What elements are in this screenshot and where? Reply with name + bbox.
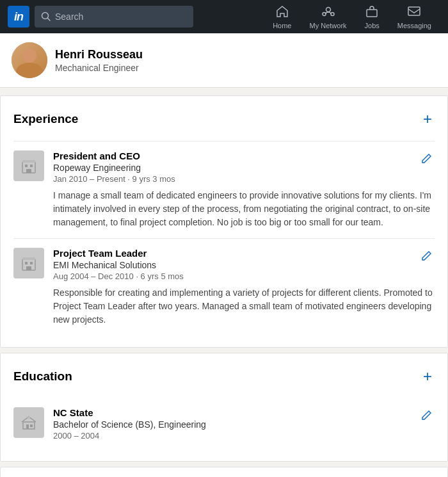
avatar-image (12, 42, 47, 78)
profile-info: Henri Rousseau Mechanical Engineer (55, 48, 143, 73)
svg-rect-10 (26, 169, 31, 173)
exp-title-1: President and CEO (53, 150, 175, 161)
exp-info-2: Project Team Leader EMI Mechanical Solut… (53, 248, 184, 281)
add-education-icon: + (423, 368, 432, 385)
svg-point-2 (326, 7, 330, 12)
linkedin-logo-text: in (14, 10, 23, 24)
building-icon-1 (20, 157, 38, 175)
nav-jobs-label: Jobs (365, 22, 380, 29)
svg-rect-14 (30, 262, 33, 264)
search-input[interactable] (55, 12, 187, 22)
edu-degree-1: Bachelor of Science (BS), Engineering (53, 419, 206, 430)
jobs-icon (365, 4, 379, 20)
navbar: in Home My Ne (0, 0, 448, 33)
nav-item-home[interactable]: Home (264, 0, 300, 33)
svg-rect-15 (26, 266, 31, 270)
main-content: Experience + President and CEO (0, 88, 448, 477)
exp-content-2: Project Team Leader EMI Mechanical Solut… (53, 248, 435, 327)
nav-item-messaging[interactable]: Messaging (388, 0, 440, 33)
edu-content-1: NC State Bachelor of Science (BS), Engin… (53, 407, 435, 441)
exp-company-1: Ropeway Engineering (53, 163, 175, 173)
school-logo-1 (13, 407, 44, 438)
messaging-icon (407, 4, 421, 20)
avatar-head-shape (22, 49, 36, 63)
building-icon-2 (20, 254, 38, 272)
pencil-icon-1 (420, 153, 432, 165)
svg-rect-8 (25, 165, 28, 167)
svg-rect-9 (30, 165, 33, 167)
exp-company-2: EMI Mechanical Solutions (53, 260, 184, 270)
exp-dates-1: Jan 2010 – Present · 9 yrs 3 mos (53, 174, 175, 184)
nav-item-jobs[interactable]: Jobs (356, 0, 388, 33)
nav-messaging-label: Messaging (397, 22, 431, 29)
svg-rect-16 (22, 257, 35, 260)
home-icon (275, 4, 289, 20)
edit-education-1-button[interactable] (418, 407, 435, 424)
add-education-button[interactable]: + (420, 365, 435, 388)
company-logo-1 (13, 150, 44, 181)
experience-title: Experience (13, 112, 78, 126)
nav-network-label: My Network (309, 22, 346, 29)
education-item-1: NC State Bachelor of Science (BS), Engin… (13, 398, 435, 449)
education-header: Education + (13, 365, 435, 388)
profile-header: Henri Rousseau Mechanical Engineer (0, 33, 448, 88)
nav-item-network[interactable]: My Network (300, 0, 355, 33)
svg-rect-19 (30, 424, 33, 427)
nav-home-label: Home (273, 22, 291, 29)
edu-dates-1: 2000 – 2004 (53, 431, 206, 441)
svg-rect-20 (28, 417, 30, 419)
experience-header: Experience + (13, 108, 435, 131)
exp-info-1: President and CEO Ropeway Engineering Ja… (53, 150, 175, 184)
exp-desc-2: Responsible for creating and implementin… (53, 286, 435, 327)
network-icon (321, 4, 335, 20)
exp-content-1: President and CEO Ropeway Engineering Ja… (53, 150, 435, 229)
avatar (12, 42, 47, 78)
add-experience-button[interactable]: + (420, 108, 435, 131)
svg-rect-6 (408, 7, 420, 15)
pencil-icon-edu (420, 410, 432, 421)
experience-item-2: Project Team Leader EMI Mechanical Solut… (13, 238, 435, 336)
company-logo-2 (13, 248, 44, 279)
exp-header-2: Project Team Leader EMI Mechanical Solut… (53, 248, 435, 281)
search-bar[interactable] (35, 6, 193, 28)
skills-card: Skills & Endorsements Add a new skill Fr… (0, 467, 448, 477)
education-title: Education (13, 369, 72, 384)
exp-dates-2: Aug 2004 – Dec 2010 · 6 yrs 5 mos (53, 271, 184, 281)
svg-line-1 (48, 19, 51, 21)
svg-rect-5 (367, 10, 377, 17)
svg-rect-13 (25, 262, 28, 264)
experience-card: Experience + President and CEO (0, 95, 448, 348)
edu-header-1: NC State Bachelor of Science (BS), Engin… (53, 407, 435, 441)
profile-title: Mechanical Engineer (55, 63, 143, 73)
add-experience-icon: + (423, 110, 432, 128)
exp-header-1: President and CEO Ropeway Engineering Ja… (53, 150, 435, 184)
avatar-body-shape (16, 63, 43, 78)
profile-name: Henri Rousseau (55, 48, 143, 61)
pencil-icon-2 (420, 250, 432, 262)
svg-rect-11 (22, 160, 35, 163)
exp-title-2: Project Team Leader (53, 248, 184, 259)
nav-items: Home My Network Jobs (264, 0, 440, 33)
edu-info-1: NC State Bachelor of Science (BS), Engin… (53, 407, 206, 441)
school-icon (20, 414, 38, 432)
linkedin-logo[interactable]: in (8, 6, 29, 28)
search-icon (41, 12, 51, 22)
education-card: Education + NC State Bachelor (0, 353, 448, 462)
edit-experience-1-button[interactable] (418, 150, 435, 167)
svg-rect-18 (26, 424, 29, 429)
exp-desc-1: I manage a small team of dedicated engin… (53, 189, 435, 229)
edit-experience-2-button[interactable] (418, 248, 435, 264)
edu-school-1: NC State (53, 407, 206, 418)
experience-item-1: President and CEO Ropeway Engineering Ja… (13, 141, 435, 238)
